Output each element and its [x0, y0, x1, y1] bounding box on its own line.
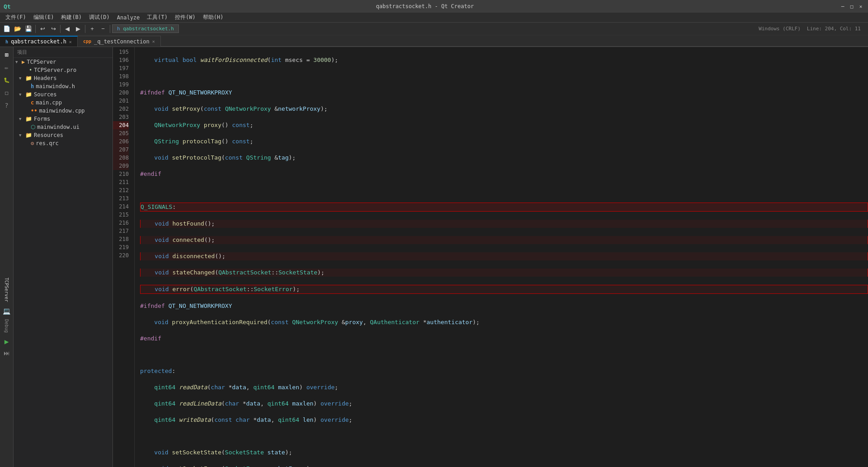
maximize-btn[interactable]: □	[848, 3, 855, 10]
left-action-tcpserver: TCPServer	[4, 276, 9, 304]
code-editor[interactable]: 195 196 197 198 199 200 201 202 203 204 …	[113, 47, 868, 467]
tree-item-forms[interactable]: ▼ 📁 Forms	[14, 115, 113, 123]
label-resources: Resources	[34, 132, 63, 138]
app-icon: Qt	[4, 3, 11, 10]
file-icon-mainwindowui: ⬡	[31, 124, 35, 130]
code-text[interactable]: virtual bool waitForDisconnected(int mse…	[135, 47, 868, 467]
file-tree: 项目 ▼ ▶ TCPServer • TCPServer.pro ▼ 📁 Hea…	[14, 47, 113, 467]
left-action-run[interactable]: ▶	[5, 337, 9, 346]
tree-item-tcpserver[interactable]: ▼ ▶ TCPServer	[14, 58, 113, 66]
menu-help[interactable]: 帮助(H)	[199, 13, 227, 22]
file-tree-header: 项目	[14, 47, 113, 58]
label-headers: Headers	[34, 75, 57, 81]
folder-icon-sources: 📁	[25, 91, 32, 98]
open-btn[interactable]: 📂	[13, 24, 23, 34]
sidebar-icon-apps[interactable]: ⊞	[1, 49, 13, 61]
arrow-resources: ▼	[19, 133, 23, 137]
label-pro: TCPServer.pro	[34, 67, 76, 73]
sidebar-icons: ⊞ ✏ 🐛 ◻ ?	[0, 47, 14, 467]
back-btn[interactable]: ◀	[62, 24, 72, 34]
tab-icon-cpp: cpp	[83, 39, 91, 44]
menu-build[interactable]: 构建(B)	[57, 13, 85, 22]
file-icon-resqrc: ⚙	[31, 140, 34, 146]
label-resqrc: res.qrc	[36, 140, 59, 146]
folder-icon-resources: 📁	[25, 132, 32, 138]
menu-edit[interactable]: 编辑(E)	[30, 13, 58, 22]
arrow-headers: ▼	[19, 76, 23, 80]
file-icon-mainwindowh: h	[31, 83, 34, 90]
tree-item-mainwindowcpp[interactable]: •• mainwindow.cpp	[14, 107, 113, 115]
tree-item-headers[interactable]: ▼ 📁 Headers	[14, 74, 113, 82]
label-mainwindowh: mainwindow.h	[36, 83, 75, 90]
sidebar-icon-edit[interactable]: ✏	[1, 61, 13, 73]
file-icon-maincpp: c	[31, 99, 34, 106]
tab-testconnection[interactable]: cpp _q_testConnection ✕	[78, 36, 161, 47]
tree-item-mainwindowui[interactable]: ⬡ mainwindow.ui	[14, 123, 113, 131]
content-area: ⊞ ✏ 🐛 ◻ ? 项目 ▼ ▶ TCPServer • TCPServer.p…	[0, 47, 868, 467]
tree-item-pro[interactable]: • TCPServer.pro	[14, 66, 113, 74]
tree-item-resources[interactable]: ▼ 📁 Resources	[14, 131, 113, 139]
tab-label-testconnection: _q_testConnection	[94, 38, 150, 45]
label-mainwindowui: mainwindow.ui	[37, 124, 80, 130]
menu-analyze[interactable]: Analyze	[113, 14, 144, 22]
sidebar-icon-help[interactable]: ?	[1, 99, 13, 111]
left-action-step[interactable]: ⏭	[4, 349, 10, 357]
left-action-debug-label: Debug	[4, 318, 9, 334]
label-mainwindowcpp: mainwindow.cpp	[39, 108, 84, 114]
folder-icon-headers: 📁	[25, 75, 32, 81]
sidebar-icon-project[interactable]: ◻	[1, 87, 13, 99]
menu-file[interactable]: 文件(F)	[2, 13, 30, 22]
window-title: qabstractsocket.h - Qt Creator	[376, 3, 474, 9]
menu-widgets[interactable]: 控件(W)	[171, 13, 199, 22]
arrow-sources: ▼	[19, 92, 23, 97]
minimize-btn[interactable]: ─	[839, 3, 846, 10]
folder-icon-forms: 📁	[25, 116, 32, 122]
line-col-indicator: Line: 204, Col: 11	[807, 26, 861, 32]
arrow-forms: ▼	[19, 117, 23, 121]
file-icon-pro: •	[29, 67, 32, 73]
tab-close-testconnection[interactable]: ✕	[152, 39, 155, 44]
tab-label-qabstractsocket: qabstractsocket.h	[11, 38, 66, 45]
encoding-indicator: Windows (CRLF)	[759, 26, 801, 32]
active-file-tab: h qabstractsocket.h	[112, 24, 179, 33]
tab-qabstractsocket[interactable]: h qabstractsocket.h ✕	[0, 36, 78, 47]
tab-bar: h qabstractsocket.h ✕ cpp _q_testConnect…	[0, 35, 868, 47]
save-btn[interactable]: 💾	[23, 24, 33, 34]
new-btn[interactable]: 📄	[2, 24, 12, 34]
menu-bar: 文件(F) 编辑(E) 构建(B) 调试(D) Analyze 工具(T) 控件…	[0, 13, 868, 23]
label-sources: Sources	[34, 91, 57, 98]
close-btn[interactable]: ✕	[857, 3, 864, 10]
tree-item-maincpp[interactable]: c main.cpp	[14, 99, 113, 107]
main-toolbar: 📄 📂 💾 ↩ ↪ ◀ ▶ + − h qabstractsocket.h Wi…	[0, 23, 868, 35]
tab-icon-h: h	[5, 39, 8, 44]
menu-debug[interactable]: 调试(D)	[85, 13, 113, 22]
tree-item-resqrc[interactable]: ⚙ res.qrc	[14, 139, 113, 147]
redo-btn[interactable]: ↪	[48, 24, 58, 34]
window-controls: ─ □ ✕	[839, 3, 864, 10]
title-bar: Qt qabstractsocket.h - Qt Creator ─ □ ✕	[0, 0, 868, 13]
tree-item-mainwindowh[interactable]: h mainwindow.h	[14, 82, 113, 90]
tab-close-qabstractsocket[interactable]: ✕	[69, 39, 72, 44]
tree-item-sources[interactable]: ▼ 📁 Sources	[14, 90, 113, 99]
line-numbers: 195 196 197 198 199 200 201 202 203 204 …	[113, 47, 135, 467]
label-tcpserver: TCPServer	[27, 59, 56, 65]
file-icon-mainwindowcpp: ••	[31, 108, 37, 114]
menu-tools[interactable]: 工具(T)	[143, 13, 171, 22]
label-forms: Forms	[34, 116, 50, 122]
forward-btn[interactable]: ▶	[73, 24, 83, 34]
left-action-monitor[interactable]: 💻	[3, 307, 10, 315]
zoom-in-btn[interactable]: +	[87, 24, 97, 34]
arrow-tcpserver: ▼	[15, 60, 20, 64]
folder-icon-tcpserver: ▶	[22, 59, 25, 65]
zoom-out-btn[interactable]: −	[98, 24, 108, 34]
sidebar-icon-debug[interactable]: 🐛	[1, 74, 13, 86]
label-maincpp: main.cpp	[36, 99, 62, 106]
undo-btn[interactable]: ↩	[38, 24, 47, 34]
